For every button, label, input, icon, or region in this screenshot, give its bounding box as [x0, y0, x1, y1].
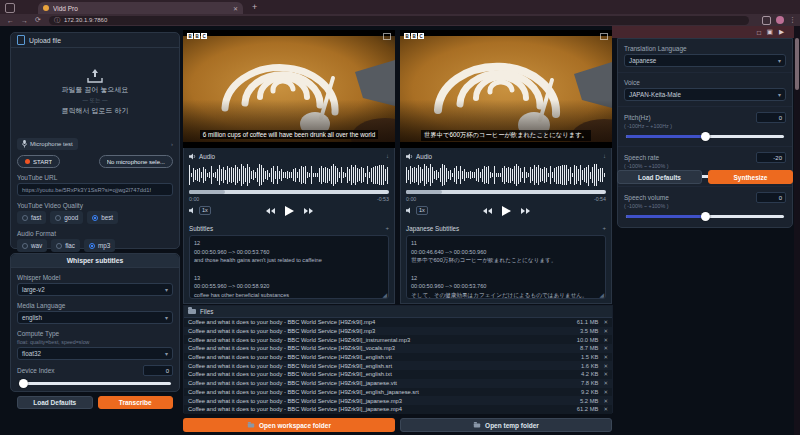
media-language-select[interactable]: english ▾ [17, 311, 173, 324]
delete-file-icon[interactable]: ✕ [603, 354, 608, 360]
file-name: Coffee and what it does to your body - B… [188, 363, 575, 369]
format-option-mp3[interactable]: mp3 [84, 239, 115, 252]
file-row[interactable]: Coffee and what it does to your body - B… [184, 353, 612, 362]
translation-language-value: Japanese [629, 57, 778, 64]
delete-file-icon[interactable]: ✕ [603, 389, 608, 395]
delete-file-icon[interactable]: ✕ [603, 380, 608, 386]
resize-handle-icon[interactable]: ◢ [382, 291, 387, 298]
rewind-icon[interactable] [483, 208, 492, 214]
quality-option-fast[interactable]: fast [17, 211, 46, 224]
file-row[interactable]: Coffee and what it does to your body - B… [184, 396, 612, 405]
file-row[interactable]: Coffee and what it does to your body - B… [184, 318, 612, 327]
seek-bar[interactable] [406, 190, 606, 194]
translation-language-select[interactable]: Japanese ▾ [624, 54, 786, 67]
synthesize-button[interactable]: Synthesize [708, 170, 793, 184]
quality-option-best[interactable]: best [87, 211, 118, 224]
file-row[interactable]: Coffee and what it does to your body - B… [184, 379, 612, 388]
quality-option-good[interactable]: good [50, 211, 83, 224]
file-row[interactable]: Coffee and what it does to your body - B… [184, 405, 612, 414]
page-scrollbar[interactable] [794, 26, 800, 435]
browser-tab[interactable]: Vidd Pro ✕ [38, 2, 243, 14]
delete-file-icon[interactable]: ✕ [603, 406, 608, 412]
microphone-icon [22, 140, 27, 148]
format-option-flac[interactable]: flac [51, 239, 80, 252]
delete-file-icon[interactable]: ✕ [603, 371, 608, 377]
speech-rate-input[interactable]: -20 [756, 152, 786, 163]
delete-file-icon[interactable]: ✕ [603, 398, 608, 404]
play-icon[interactable] [285, 206, 294, 216]
grid-glyph-icon[interactable]: ▣ [767, 28, 773, 36]
reload-icon[interactable]: ⟳ [35, 16, 41, 24]
tts-load-defaults-button[interactable]: Load Defaults [617, 170, 702, 184]
site-info-icon[interactable]: ⓘ [54, 16, 60, 25]
download-icon[interactable]: ↓ [386, 153, 389, 159]
profile-avatar[interactable] [776, 16, 784, 24]
file-row[interactable]: Coffee and what it does to your body - B… [184, 388, 612, 397]
rewind-icon[interactable] [266, 208, 275, 214]
microphone-test-button[interactable]: Microphone test [17, 138, 78, 150]
expand-icon[interactable]: + [385, 225, 389, 231]
transcript-textarea-english[interactable]: 12 00:00:50.960 --> 00:00:53.760 and tho… [189, 235, 389, 299]
file-row[interactable]: Coffee and what it does to your body - B… [184, 327, 612, 336]
microphone-device-select[interactable]: No microphone sele... [99, 155, 173, 168]
file-dropzone[interactable]: 파일을 끌어 놓으세요 — 또는 — 클릭해서 업로드 하기 [11, 48, 179, 136]
forward-icon[interactable] [521, 208, 530, 214]
resize-handle-icon[interactable]: ◢ [599, 291, 604, 298]
compute-type-select[interactable]: float32 ▾ [17, 347, 173, 360]
device-index-input[interactable]: 0 [143, 365, 173, 376]
waveform-english[interactable] [189, 163, 389, 187]
device-index-slider[interactable] [19, 379, 171, 388]
delete-file-icon[interactable]: ✕ [603, 363, 608, 369]
open-temp-folder-button[interactable]: Open temp folder [400, 418, 612, 432]
window-glyph-icon[interactable]: □ [757, 29, 761, 36]
open-workspace-folder-button[interactable]: Open workspace folder [183, 418, 395, 432]
play-glyph-icon[interactable]: ▶ [779, 28, 784, 36]
slider-thumb[interactable] [701, 212, 710, 221]
fullscreen-icon[interactable] [383, 33, 391, 40]
address-bar[interactable]: ⓘ 172.30.1.9:7860 [49, 16, 749, 25]
audio-section-label: Audio [199, 153, 383, 160]
forward-icon[interactable]: → [21, 17, 28, 24]
speech-volume-input[interactable]: 0 [756, 192, 786, 203]
waveform-japanese[interactable] [406, 163, 606, 187]
fullscreen-icon[interactable] [600, 33, 608, 40]
forward-icon[interactable] [304, 208, 313, 214]
file-row[interactable]: Coffee and what it does to your body - B… [184, 335, 612, 344]
slider-thumb[interactable] [701, 132, 710, 141]
format-option-wav[interactable]: wav [17, 239, 47, 252]
back-icon[interactable]: ← [7, 17, 14, 24]
download-icon[interactable]: ↓ [603, 153, 606, 159]
window-icon[interactable] [5, 3, 15, 13]
expand-icon[interactable]: + [602, 225, 606, 231]
slider-thumb[interactable] [19, 379, 28, 388]
file-row[interactable]: Coffee and what it does to your body - B… [184, 361, 612, 370]
play-icon[interactable] [502, 206, 511, 216]
delete-file-icon[interactable]: ✕ [603, 345, 608, 351]
delete-file-icon[interactable]: ✕ [603, 328, 608, 334]
video-quality-options: fast good best [17, 211, 173, 224]
extensions-icon[interactable] [762, 16, 771, 25]
delete-file-icon[interactable]: ✕ [603, 319, 608, 325]
chevron-right-icon[interactable]: › [171, 141, 173, 147]
voice-select[interactable]: JAPAN-Keita-Male ▾ [624, 88, 786, 101]
video-english[interactable]: BBC 6 million cups of coffee will have b… [183, 30, 395, 148]
transcript-textarea-japanese[interactable]: 11 00:00:46.640 --> 00:00:50.960 世界中で600… [406, 235, 606, 299]
dropzone-text-line2: 클릭해서 업로드 하기 [62, 106, 129, 116]
new-tab-button[interactable]: + [252, 3, 257, 12]
tab-close-icon[interactable]: ✕ [233, 5, 238, 12]
file-row[interactable]: Coffee and what it does to your body - B… [184, 344, 612, 353]
youtube-url-input[interactable]: https://youtu.be/5RxPk3Y1SsR?si=ojjwg2l7… [17, 183, 173, 196]
whisper-model-select[interactable]: large-v2 ▾ [17, 283, 173, 296]
browser-menu-icon[interactable]: ⋮ [789, 16, 796, 24]
file-row[interactable]: Coffee and what it does to your body - B… [184, 370, 612, 379]
seek-bar[interactable] [189, 190, 389, 194]
scrollbar-thumb[interactable] [795, 38, 799, 90]
delete-file-icon[interactable]: ✕ [603, 337, 608, 343]
pitch-input[interactable]: 0 [756, 112, 786, 123]
pitch-slider[interactable] [626, 132, 784, 141]
whisper-load-defaults-button[interactable]: Load Defaults [17, 396, 93, 409]
transcribe-button[interactable]: Transcribe [98, 396, 174, 409]
video-japanese[interactable]: BBC 世界中で600万杯のコーヒーが飲まれたことになります。 [400, 30, 612, 148]
record-start-button[interactable]: START [17, 155, 60, 168]
speech-volume-slider[interactable] [626, 212, 784, 221]
